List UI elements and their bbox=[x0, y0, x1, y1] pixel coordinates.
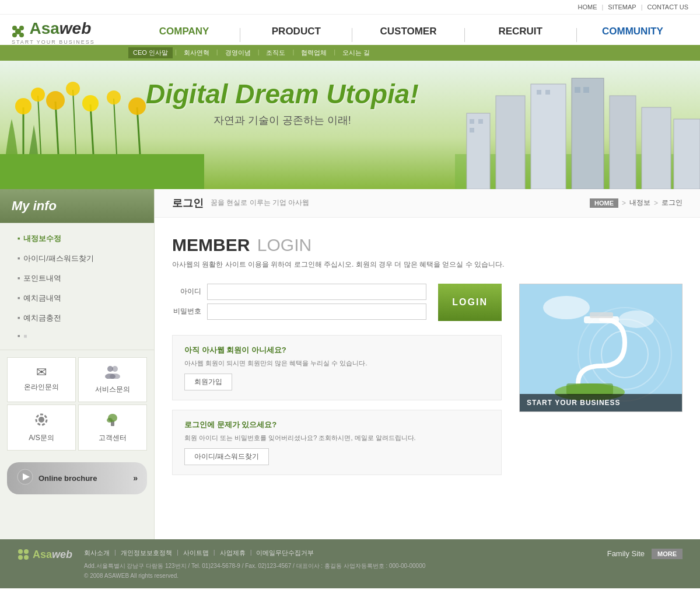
more-button[interactable]: MORE bbox=[652, 549, 682, 559]
brochure-icon bbox=[16, 468, 34, 489]
id-field-row: 아이디 bbox=[172, 284, 426, 300]
sidebar-title: My info bbox=[0, 189, 154, 223]
sidebar-item-myinfo[interactable]: 내정보수정 bbox=[0, 229, 154, 249]
nav-community-label: COMMUNITY bbox=[577, 26, 688, 42]
brochure-button[interactable]: Online brochure » bbox=[7, 462, 147, 494]
content-wrapper: My info 내정보수정 아이디/패스워드찾기 포인트내역 예치금내역 예치금… bbox=[0, 189, 700, 539]
quick-link-customer-center[interactable]: 고객센터 bbox=[78, 404, 147, 451]
svg-point-15 bbox=[46, 91, 65, 110]
brochure-svg bbox=[16, 468, 34, 486]
quick-links: ✉ 온라인문의 서비스문의 bbox=[0, 350, 154, 458]
svg-rect-31 bbox=[537, 90, 541, 95]
login-desc: 아사웹의 원활한 사이트 이용을 위하여 로그인해 주십시오. 회원의 경우 더… bbox=[172, 260, 682, 270]
breadcrumb-sep-1: > bbox=[622, 199, 626, 207]
form-fields: 아이디 비밀번호 LOGIN bbox=[172, 284, 502, 321]
nav-recruit[interactable]: RECRUIT bbox=[465, 26, 576, 42]
nav-product[interactable]: PRODUCT bbox=[240, 26, 352, 42]
sidebar-item-points[interactable]: 포인트내역 bbox=[0, 268, 154, 288]
top-link-sitemap[interactable]: SITEMAP bbox=[608, 4, 636, 11]
gear-svg bbox=[34, 412, 49, 427]
footer-logo-area: Asaweb bbox=[18, 549, 72, 561]
quick-link-service-inquiry[interactable]: 서비스문의 bbox=[78, 357, 147, 402]
footer-link-sitemap[interactable]: 사이트맵 bbox=[183, 549, 209, 557]
nav-company[interactable]: COMPANY bbox=[128, 26, 240, 42]
register-button[interactable]: 회원가입 bbox=[184, 374, 232, 390]
sidebar-item-balance[interactable]: 예치금내역 bbox=[0, 288, 154, 308]
findpw-box-title: 로그인에 문제가 있으세요? bbox=[184, 420, 489, 430]
footer-link-privacy[interactable]: 개인정보보호정책 bbox=[121, 549, 172, 557]
sidebar-item-findpw[interactable]: 아이디/패스워드찾기 bbox=[0, 249, 154, 268]
logo-tagline: START YOUR BUSINESS bbox=[12, 39, 128, 45]
banner-subtitle: 자연과 기술이 공존하는 이래! bbox=[146, 113, 419, 127]
nav-customer-label: CUSTOMER bbox=[352, 26, 464, 42]
member-label: MEMBER bbox=[172, 235, 250, 254]
top-sep-1: | bbox=[601, 4, 603, 11]
top-link-contact[interactable]: CONTACT US bbox=[648, 4, 689, 11]
banner-city-svg bbox=[455, 67, 700, 189]
email-icon: ✉ bbox=[12, 365, 71, 380]
subnav-mgmt[interactable]: 경영이념 bbox=[220, 47, 256, 58]
register-box-desc: 아사웹 회원이 되시면 회원만의 많은 혜택을 누리실 수 있습니다. bbox=[184, 359, 489, 368]
nav-community[interactable]: COMMUNITY bbox=[577, 26, 688, 42]
login-label: LOGIN bbox=[257, 235, 312, 254]
footer-link-company[interactable]: 회사소개 bbox=[84, 549, 110, 557]
breadcrumb-home-button[interactable]: HOME bbox=[590, 198, 618, 208]
svg-point-56 bbox=[18, 549, 23, 554]
nav-customer[interactable]: CUSTOMER bbox=[352, 26, 464, 42]
top-bar: HOME | SITEMAP | CONTACT US bbox=[0, 0, 700, 15]
subnav-history[interactable]: 회사연혁 bbox=[179, 47, 214, 58]
login-button[interactable]: LOGIN bbox=[438, 284, 502, 321]
subnav-directions[interactable]: 오시는 길 bbox=[338, 47, 374, 58]
quick-link-online-label: 온라인문의 bbox=[24, 383, 59, 391]
login-form-area: 아이디 비밀번호 LOGIN 아직 아사웹 회원이 아니세요? bbox=[172, 284, 682, 484]
id-field-label: 아이디 bbox=[172, 287, 201, 296]
subnav-ceo[interactable]: CEO 인사말 bbox=[128, 47, 173, 58]
quick-link-customer-label: 고객센터 bbox=[99, 434, 127, 442]
svg-rect-5 bbox=[0, 154, 204, 189]
footer-copyright: © 2008 ASAWEB All rights reserved. bbox=[84, 573, 607, 579]
pw-input[interactable] bbox=[207, 303, 426, 320]
register-info-box: 아직 아사웹 회원이 아니세요? 아사웹 회원이 되시면 회원만의 많은 혜택을… bbox=[172, 335, 502, 400]
footer-address: Add.서울특별시 강남구 다람동 123번지 / Tel. 01)234-56… bbox=[84, 562, 607, 570]
svg-point-47 bbox=[543, 296, 590, 319]
nav-product-label: PRODUCT bbox=[240, 26, 352, 42]
findpw-info-box: 로그인에 문제가 있으세요? 회원 아이디 또는 비밀번호를 잊어버리셨나요? … bbox=[172, 410, 502, 475]
logo[interactable]: Asaweb bbox=[12, 20, 128, 38]
logo-area: Asaweb START YOUR BUSINESS bbox=[12, 20, 128, 45]
svg-point-59 bbox=[24, 555, 29, 560]
svg-point-14 bbox=[31, 88, 45, 102]
subnav-partner[interactable]: 협력업체 bbox=[296, 47, 331, 58]
svg-point-43 bbox=[107, 418, 113, 423]
svg-rect-34 bbox=[583, 87, 589, 93]
breadcrumb-path-1: 내정보 bbox=[629, 198, 650, 208]
quick-link-service-label: 서비스문의 bbox=[95, 385, 130, 393]
svg-point-17 bbox=[82, 95, 99, 111]
people-icon bbox=[83, 365, 142, 382]
svg-point-4 bbox=[15, 29, 21, 34]
sidebar-item-recharge[interactable]: 예치금충전 bbox=[0, 308, 154, 328]
sub-nav: CEO 인사말 | 회사연혁 | 경영이념 | 조직도 | 협력업체 | 오시는… bbox=[0, 45, 700, 61]
breadcrumb-path-2: 로그인 bbox=[662, 198, 682, 208]
subnav-org[interactable]: 조직도 bbox=[261, 47, 290, 58]
footer-link-no-spam[interactable]: 이메일무단수집거부 bbox=[256, 549, 314, 557]
quick-link-online-inquiry[interactable]: ✉ 온라인문의 bbox=[7, 357, 76, 402]
member-login-title: MEMBER LOGIN bbox=[172, 235, 682, 255]
id-input[interactable] bbox=[207, 284, 426, 300]
plant-icon bbox=[83, 412, 142, 431]
svg-point-57 bbox=[24, 549, 29, 554]
breadcrumb-sep-2: > bbox=[654, 199, 658, 207]
sidebar: My info 내정보수정 아이디/패스워드찾기 포인트내역 예치금내역 예치금… bbox=[0, 189, 155, 539]
svg-line-11 bbox=[114, 99, 117, 154]
sidebar-menu: 내정보수정 아이디/패스워드찾기 포인트내역 예치금내역 예치금충전 ■ bbox=[0, 223, 154, 350]
gear-icon bbox=[12, 412, 71, 431]
login-section: MEMBER LOGIN 아사웹의 원활한 사이트 이용을 위하여 로그인해 주… bbox=[155, 218, 700, 502]
svg-line-10 bbox=[90, 104, 93, 154]
quick-link-as-inquiry[interactable]: A/S문의 bbox=[7, 404, 76, 451]
breadcrumb-page-title: 로그인 bbox=[172, 196, 204, 210]
family-site-label: Family Site bbox=[607, 549, 645, 558]
footer-link-partnership[interactable]: 사업제휴 bbox=[220, 549, 246, 557]
top-link-home[interactable]: HOME bbox=[578, 4, 597, 11]
findpw-button[interactable]: 아이디/패스워드찾기 bbox=[184, 448, 269, 465]
svg-point-19 bbox=[128, 97, 146, 115]
svg-point-13 bbox=[15, 98, 32, 114]
